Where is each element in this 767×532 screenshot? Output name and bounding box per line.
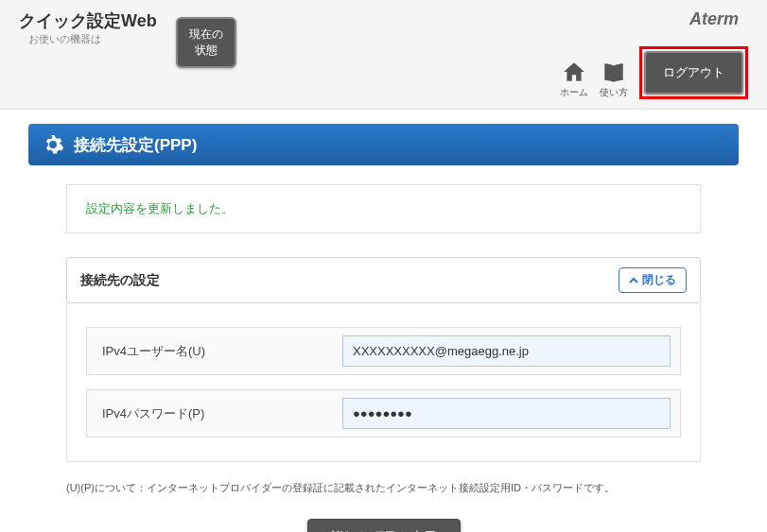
header-left: クイック設定Web お使いの機器は 現在の 状態: [19, 9, 236, 68]
book-icon: [601, 60, 627, 84]
panel-title: 接続先の設定: [80, 272, 160, 289]
logout-highlight: ログアウト: [639, 46, 748, 99]
connection-panel: 接続先の設定 閉じる IPv4ユーザー名(U) IPv4パスワード(P): [66, 257, 701, 462]
content: 接続先設定(PPP) 設定内容を更新しました。 接続先の設定 閉じる IPv4ユ…: [0, 124, 767, 532]
detail-button[interactable]: 詳細な項目を表示: [307, 519, 461, 532]
password-input[interactable]: [342, 398, 671, 429]
page-title-bar: 接続先設定(PPP): [28, 124, 739, 165]
form-note: (U)(P)について：インターネットプロバイダーの登録証に記載されたインターネッ…: [66, 481, 701, 495]
logout-button[interactable]: ログアウト: [644, 51, 743, 94]
password-row: IPv4パスワード(P): [86, 389, 681, 438]
guide-nav[interactable]: 使い方: [600, 60, 628, 99]
home-nav[interactable]: ホーム: [560, 60, 588, 99]
home-label: ホーム: [560, 86, 588, 99]
password-label: IPv4パスワード(P): [87, 392, 333, 436]
username-input[interactable]: [342, 335, 671, 367]
username-row: IPv4ユーザー名(U): [86, 327, 681, 375]
panel-close-button[interactable]: 閉じる: [619, 267, 687, 293]
app-title: クイック設定Web: [19, 9, 157, 32]
username-label: IPv4ユーザー名(U): [87, 330, 333, 373]
device-subtitle: お使いの機器は: [28, 32, 157, 46]
status-message: 設定内容を更新しました。: [86, 200, 681, 217]
gear-icon: [42, 133, 64, 156]
page-title: 接続先設定(PPP): [74, 134, 197, 156]
brand-logo: Aterm: [689, 9, 739, 29]
form-section: IPv4ユーザー名(U) IPv4パスワード(P): [66, 303, 701, 462]
title-block: クイック設定Web お使いの機器は: [19, 9, 157, 46]
panel-header: 接続先の設定 閉じる: [66, 257, 701, 303]
chevron-up-icon: [629, 276, 638, 285]
home-icon: [561, 60, 587, 84]
guide-label: 使い方: [600, 86, 628, 99]
header: クイック設定Web お使いの機器は 現在の 状態 Aterm ホーム 使い方 ロ…: [0, 0, 767, 110]
header-right: Aterm ホーム 使い方 ログアウト: [560, 9, 748, 99]
status-message-box: 設定内容を更新しました。: [66, 184, 701, 233]
close-label: 閉じる: [642, 272, 676, 288]
current-status-button[interactable]: 現在の 状態: [176, 17, 236, 68]
action-buttons: 詳細な項目を表示 設定: [28, 519, 739, 532]
